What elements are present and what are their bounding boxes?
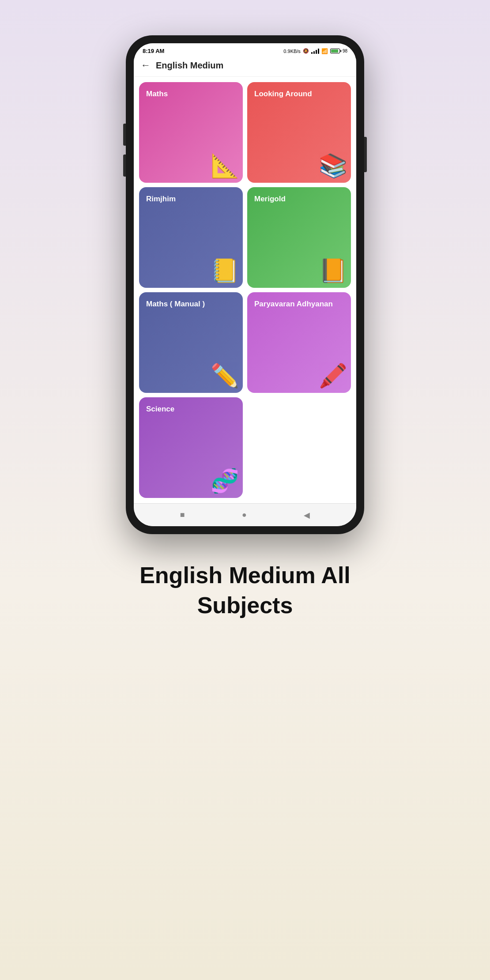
subject-card-looking-around[interactable]: Looking Around 📚 xyxy=(247,82,351,183)
phone-device: 8:19 AM 0.9KB/s 🔕 📶 98 xyxy=(126,35,364,534)
subject-label-paryavaran: Paryavaran Adhyanan xyxy=(254,299,344,309)
status-icons: 0.9KB/s 🔕 📶 98 xyxy=(283,48,347,54)
subject-label-science: Science xyxy=(146,404,236,414)
subject-card-maths[interactable]: Maths 📐 xyxy=(139,82,243,183)
subject-card-paryavaran[interactable]: Paryavaran Adhyanan 🖍️ xyxy=(247,292,351,393)
page-caption: English Medium All Subjects xyxy=(90,561,400,620)
rimjhim-icon: 📒 xyxy=(211,257,239,284)
maths-manual-icon: ✏️ xyxy=(211,362,239,389)
app-bar: ← English Medium xyxy=(134,56,356,77)
volume-up-button xyxy=(123,124,126,146)
signal-icon xyxy=(311,49,319,54)
looking-around-icon: 📚 xyxy=(319,152,347,179)
subject-label-rimjhim: Rimjhim xyxy=(146,194,236,204)
silent-icon: 🔕 xyxy=(303,48,309,54)
subject-card-science[interactable]: Science 🧬 xyxy=(139,397,243,498)
subject-card-maths-manual[interactable]: Maths ( Manual ) ✏️ xyxy=(139,292,243,393)
power-button xyxy=(364,137,367,172)
nav-square-button[interactable]: ■ xyxy=(180,510,185,520)
bottom-nav: ■ ● ◀ xyxy=(134,503,356,526)
subject-card-merigold[interactable]: Merigold 📙 xyxy=(247,187,351,288)
subject-label-maths-manual: Maths ( Manual ) xyxy=(146,299,236,309)
subject-label-merigold: Merigold xyxy=(254,194,344,204)
paryavaran-icon: 🖍️ xyxy=(319,362,347,389)
subject-label-looking-around: Looking Around xyxy=(254,89,344,99)
wifi-icon: 📶 xyxy=(321,48,328,54)
battery-icon: 98 xyxy=(330,49,347,53)
phone-screen: 8:19 AM 0.9KB/s 🔕 📶 98 xyxy=(134,43,356,526)
screen-title: English Medium xyxy=(156,60,223,71)
science-icon: 🧬 xyxy=(211,467,239,494)
subject-label-maths: Maths xyxy=(146,89,236,99)
volume-down-button xyxy=(123,155,126,177)
back-button[interactable]: ← xyxy=(141,60,151,71)
merigold-icon: 📙 xyxy=(319,257,347,284)
status-bar: 8:19 AM 0.9KB/s 🔕 📶 98 xyxy=(134,43,356,56)
network-speed: 0.9KB/s xyxy=(283,49,301,54)
nav-home-button[interactable]: ● xyxy=(242,510,247,520)
battery-percent: 98 xyxy=(343,49,347,53)
phone-body: 8:19 AM 0.9KB/s 🔕 📶 98 xyxy=(126,35,364,534)
subject-grid: Maths 📐 Looking Around 📚 Rimjhim 📒 Merig… xyxy=(134,77,356,503)
nav-back-button[interactable]: ◀ xyxy=(304,510,310,520)
maths-icon: 📐 xyxy=(211,152,239,179)
status-time: 8:19 AM xyxy=(143,48,164,54)
subject-card-rimjhim[interactable]: Rimjhim 📒 xyxy=(139,187,243,288)
